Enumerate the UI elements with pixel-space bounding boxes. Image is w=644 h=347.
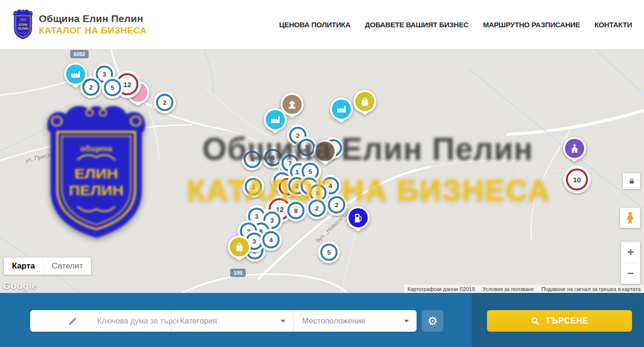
map-cluster-marker[interactable]: 2	[326, 194, 348, 216]
map-cluster-marker[interactable]: 4	[241, 148, 263, 170]
municipality-crest-icon	[12, 9, 34, 40]
page: община ЕЛИН ПЕЛИН Община Елин Пелин КАТА…	[0, 0, 644, 347]
google-logo[interactable]: Google	[3, 280, 37, 291]
map-category-pin-bag[interactable]	[228, 235, 251, 258]
nav-item-contacts[interactable]: КОНТАКТИ	[594, 21, 632, 29]
header: Община Елин Пелин КАТАЛОГ НА БИЗНЕСА ЦЕН…	[0, 0, 644, 49]
chevron-down-icon	[404, 320, 409, 323]
category-dropdown-label: Категория	[180, 316, 217, 325]
map-category-pin-factory[interactable]	[64, 63, 87, 86]
location-dropdown[interactable]: Местоположение	[293, 310, 417, 332]
zoom-control: + −	[621, 242, 640, 284]
map-markers-layer: 3122522354671354227482212833832345106002…	[0, 49, 644, 293]
map-category-pin-none[interactable]	[314, 140, 337, 163]
lock-button[interactable]	[623, 173, 640, 189]
map-category-pin-fuel[interactable]	[347, 206, 370, 229]
site-title: Община Елин Пелин	[39, 13, 147, 24]
map-category-pin-bag[interactable]	[353, 90, 376, 113]
map-type-control: Карта Сателит	[4, 257, 91, 275]
padlock-icon	[628, 177, 635, 185]
chevron-down-icon	[281, 320, 285, 323]
site-subtitle: КАТАЛОГ НА БИЗНЕСА	[39, 25, 147, 36]
zoom-out-button[interactable]: −	[621, 263, 640, 284]
advanced-settings-button[interactable]: ⚙	[422, 310, 443, 332]
search-bar: Категория Местоположение ⚙ ТЪРСЕНЕ	[0, 293, 644, 347]
gear-icon: ⚙	[428, 314, 438, 328]
map-cluster-marker[interactable]: 10	[563, 166, 591, 193]
map-category-pin-factory[interactable]	[330, 98, 353, 121]
map-category-pin-church[interactable]	[563, 137, 586, 160]
street-name-label: ул. Преслав	[24, 150, 57, 164]
nav-item-add-business[interactable]: ДОБАВЕТЕ ВАШИЯТ БИЗНЕС	[365, 21, 469, 29]
road-number-badge: 6002	[70, 50, 89, 58]
pencil-icon	[68, 316, 78, 326]
street-view-pegman-button[interactable]	[620, 208, 640, 228]
map-cluster-marker[interactable]: 5	[102, 77, 124, 99]
attribution-copyright: Картографски данни ©2019	[407, 286, 475, 292]
map-cluster-marker[interactable]: 2	[154, 91, 176, 113]
search-button[interactable]: ТЪРСЕНЕ	[487, 310, 632, 332]
map-type-satellite-button[interactable]: Сателит	[43, 257, 91, 275]
search-fields: Категория Местоположение	[30, 310, 417, 332]
category-dropdown[interactable]: Категория	[171, 310, 293, 332]
keyword-search-input[interactable]	[97, 317, 179, 325]
nav-item-pricing[interactable]: ЦЕНОВА ПОЛИТИКА	[279, 21, 350, 29]
search-button-label: ТЪРСЕНЕ	[545, 316, 588, 326]
map-cluster-marker[interactable]: 2	[242, 176, 264, 198]
attribution-report-error-link[interactable]: Подаване на сигнал за грешка в картата	[542, 286, 641, 292]
map-canvas[interactable]: 3122522354671354227482212833832345106002…	[0, 49, 644, 293]
main-nav: ЦЕНОВА ПОЛИТИКА ДОБАВЕТЕ ВАШИЯТ БИЗНЕС М…	[279, 21, 632, 29]
keyword-field	[30, 310, 171, 332]
map-category-pin-factory[interactable]	[264, 108, 287, 131]
search-icon	[531, 316, 540, 326]
map-cluster-marker[interactable]: 8	[285, 200, 307, 222]
nav-item-route-schedule[interactable]: МАРШРУТНО РАЗПИСАНИЕ	[483, 21, 580, 29]
map-type-map-button[interactable]: Карта	[4, 257, 43, 275]
site-logo[interactable]: Община Елин Пелин КАТАЛОГ НА БИЗНЕСА	[12, 9, 147, 40]
map-cluster-marker[interactable]: 5	[318, 241, 340, 263]
location-dropdown-label: Местоположение	[302, 316, 365, 325]
pegman-icon	[623, 211, 637, 224]
road-number-badge: 105	[230, 269, 246, 277]
attribution-terms-link[interactable]: Условия за ползване	[483, 286, 534, 292]
map-cluster-marker[interactable]: 4	[260, 229, 282, 251]
map-cluster-marker[interactable]: 2	[306, 197, 328, 219]
zoom-in-button[interactable]: +	[621, 242, 640, 263]
map-attribution: Картографски данни ©2019 Условия за полз…	[404, 285, 644, 293]
